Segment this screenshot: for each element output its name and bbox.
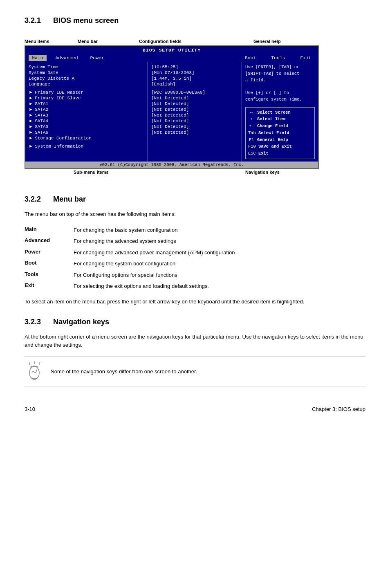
menu-desc-exit: For selecting the exit options and loadi…	[74, 281, 365, 292]
bios-val-system-date: [Mon 07/16/2008]	[151, 70, 238, 76]
label-navigation-keys: Navigation keys	[245, 170, 280, 175]
menu-row-main: Main For changing the basic system confi…	[25, 224, 365, 236]
bios-nav-box: ↔ Select Screen ↕ Select Item +- Change …	[245, 107, 315, 159]
section-321-heading: 3.2.1 BIOS menu screen	[25, 16, 365, 25]
menu-row-power: Power For changing the advanced power ma…	[25, 247, 365, 258]
label-menu-items: Menu items	[25, 39, 49, 44]
nav-row-item: ↕ Select Item	[248, 116, 312, 123]
menu-row-advanced: Advanced For changing the advanced syste…	[25, 236, 365, 247]
bios-item-sata1: ► SATA1	[29, 101, 144, 107]
bios-item-storage-config: ► Storage Configuration	[29, 135, 144, 141]
bios-menu-main[interactable]: Main	[29, 55, 47, 61]
bios-item-language: Language	[29, 81, 144, 87]
menu-row-boot: Boot For changing the system boot config…	[25, 258, 365, 269]
bios-title: BIOS SETUP UTILITY	[25, 46, 318, 54]
bios-item-primary-ide-slave: ► Primary IDE Slave	[29, 95, 144, 101]
nav-row-esc: ESC Exit	[248, 150, 312, 157]
bios-item-sata4: ► SATA4	[29, 118, 144, 124]
nav-action-f10: Save and Exit	[258, 143, 292, 150]
bios-item-legacy-diskette: Legacy Diskette A	[29, 76, 144, 81]
nav-arrow-field: +-	[248, 123, 255, 130]
bios-val-sata1: [Not Detected]	[151, 101, 238, 107]
nav-action-field: Change Field	[257, 123, 288, 130]
bios-val-sata5: [Not Detected]	[151, 124, 238, 130]
section-323-number: 3.2.3	[25, 318, 41, 326]
menu-bar-intro: The menu bar on top of the screen has th…	[25, 210, 365, 219]
menu-name-tools: Tools	[25, 269, 74, 281]
bios-val-sata3: [Not Detected]	[151, 112, 238, 118]
bios-menu-power[interactable]: Power	[81, 55, 108, 61]
bios-val-system-time: [10:55:25]	[151, 64, 238, 70]
bios-val-sata4: [Not Detected]	[151, 118, 238, 124]
menu-desc-boot: For changing the system boot configurati…	[74, 258, 365, 269]
bios-val-primary-ide-slave: [Not Detected]	[151, 95, 238, 101]
bios-item-sata6: ► SATA6	[29, 130, 144, 135]
nav-arrow-f10: F10	[248, 143, 256, 150]
label-menu-bar: Menu bar	[78, 39, 98, 44]
nav-action-esc: Exit	[258, 150, 273, 157]
menu-name-advanced: Advanced	[25, 236, 74, 247]
bios-val-sata6: [Not Detected]	[151, 130, 238, 135]
menu-name-power: Power	[25, 247, 74, 258]
bios-middle-panel: [10:55:25] [Mon 07/16/2008] [1.44M, 3.5 …	[148, 62, 242, 162]
bios-menu-exit[interactable]: Exit	[289, 55, 315, 61]
menu-desc-main: For changing the basic system configurat…	[74, 224, 365, 236]
section-323-title: Navigation keys	[53, 318, 109, 326]
note-box: Some of the navigation keys differ from …	[25, 356, 365, 386]
bios-footer: v02.61 (C)Copyright 1985-2008, American …	[25, 162, 318, 168]
page-footer: 3-10 Chapter 3: BIOS setup	[25, 403, 365, 412]
bios-item-primary-ide-master: ► Primary IDE Master	[29, 90, 144, 95]
bios-val-language: [English]	[151, 81, 238, 87]
diagram-labels-bottom: Sub-menu items Navigation keys	[25, 170, 319, 182]
bios-item-system-time: System Time	[29, 64, 144, 70]
section-322-title: Menu bar	[53, 195, 86, 203]
nav-action-tab: Select Field	[258, 130, 289, 137]
nav-row-field: +- Change Field	[248, 123, 312, 130]
menu-desc-tools: For Configuring options for special func…	[74, 269, 365, 281]
bios-help-text: Use [ENTER], [TAB] or [SHIFT-TAB] to sel…	[245, 64, 315, 103]
bios-menu-boot[interactable]: Boot	[242, 55, 260, 61]
label-submenu-items: Sub-menu items	[74, 170, 109, 175]
nav-arrow-f1: F1	[248, 137, 255, 144]
bios-menu-tools[interactable]: Tools	[259, 55, 288, 61]
bios-menu-bar: Main Advanced Power Boot Tools Exit	[25, 54, 318, 62]
section-322-number: 3.2.2	[25, 195, 41, 203]
diagram-labels-top: Menu items Menu bar Configuration fields…	[25, 31, 365, 44]
menu-bar-table: Main For changing the basic system confi…	[25, 224, 365, 292]
nav-row-screen: ↔ Select Screen	[248, 109, 312, 116]
nav-action-item: Select Item	[257, 116, 285, 123]
bios-item-sata3: ► SATA3	[29, 112, 144, 118]
menu-name-main: Main	[25, 224, 74, 236]
note-text: Some of the navigation keys differ from …	[51, 368, 197, 376]
menu-name-boot: Boot	[25, 258, 74, 269]
section-322: 3.2.2 Menu bar The menu bar on top of th…	[25, 195, 365, 306]
bios-item-system-info: ► System Information	[29, 144, 144, 149]
bios-menu-advanced[interactable]: Advanced	[47, 55, 81, 61]
menu-row-exit: Exit For selecting the exit options and …	[25, 281, 365, 292]
nav-action-screen: Select Screen	[257, 109, 291, 116]
bios-item-system-date: System Date	[29, 70, 144, 76]
section-323: 3.2.3 Navigation keys At the bottom righ…	[25, 318, 365, 387]
label-config-fields: Configuration fields	[139, 39, 182, 44]
bios-val-sata2: [Not Detected]	[151, 107, 238, 112]
svg-point-0	[29, 366, 39, 379]
nav-arrow-item: ↕	[248, 116, 255, 123]
menu-desc-power: For changing the advanced power manageme…	[74, 247, 365, 258]
menu-row-tools: Tools For Configuring options for specia…	[25, 269, 365, 281]
section-321: 3.2.1 BIOS menu screen Menu items Menu b…	[25, 16, 365, 182]
nav-row-f1: F1 General Help	[248, 137, 312, 144]
bios-content-area: System Time System Date Legacy Diskette …	[25, 62, 318, 162]
nav-arrow-esc: ESC	[248, 150, 256, 157]
nav-arrow-screen: ↔	[248, 109, 255, 116]
nav-row-f10: F10 Save and Exit	[248, 143, 312, 150]
bios-item-sata2: ► SATA2	[29, 107, 144, 112]
section-321-title: BIOS menu screen	[53, 16, 119, 25]
section-322-heading: 3.2.2 Menu bar	[25, 195, 365, 204]
bios-screen: BIOS SETUP UTILITY Main Advanced Power B…	[25, 45, 319, 169]
footer-left: 3-10	[25, 406, 35, 412]
menu-bar-footer: To select an item on the menu bar, press…	[25, 298, 365, 306]
nav-action-f1: General Help	[257, 137, 288, 144]
bios-item-sata5: ► SATA5	[29, 124, 144, 130]
bios-val-primary-ide-master: [WDC WD800JD-00LSA0]	[151, 90, 238, 95]
section-321-number: 3.2.1	[25, 16, 41, 25]
